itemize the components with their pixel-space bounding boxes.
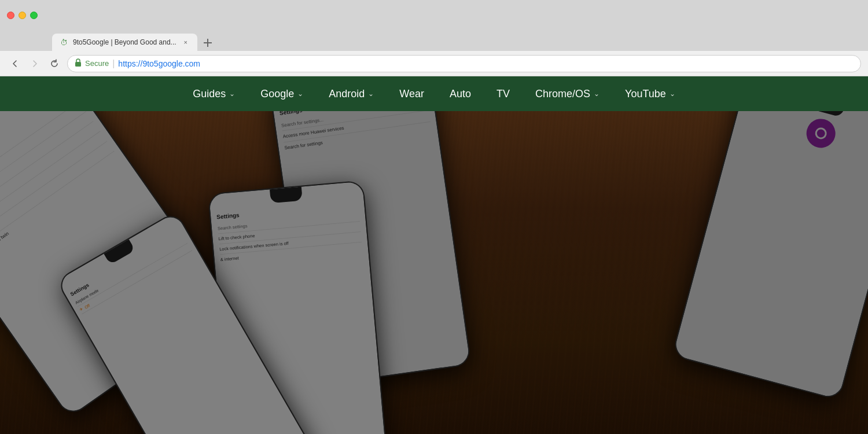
secure-label: Secure xyxy=(85,59,109,68)
chevron-down-icon-chromeos: ⌄ xyxy=(594,90,599,98)
site-nav: Guides ⌄ Google ⌄ Android ⌄ Wear Auto TV… xyxy=(0,76,868,111)
svg-rect-2 xyxy=(75,62,81,67)
lock-icon xyxy=(75,58,82,68)
chevron-down-icon-android: ⌄ xyxy=(368,90,374,98)
nav-item-google[interactable]: Google ⌄ xyxy=(248,76,316,111)
nav-label-wear: Wear xyxy=(399,88,424,100)
nav-item-chromeos[interactable]: Chrome/OS ⌄ xyxy=(523,76,612,111)
nav-item-wear[interactable]: Wear xyxy=(387,76,437,111)
nav-buttons xyxy=(7,56,62,72)
chevron-down-icon-google: ⌄ xyxy=(297,90,303,98)
nav-item-tv[interactable]: TV xyxy=(484,76,523,111)
url-divider: | xyxy=(112,58,115,69)
nav-label-guides: Guides xyxy=(193,88,226,100)
tab-favicon: ⏱ xyxy=(59,38,68,47)
title-bar xyxy=(0,0,868,30)
back-button[interactable] xyxy=(7,56,23,72)
nav-label-tv: TV xyxy=(496,88,510,100)
nav-label-google: Google xyxy=(260,88,294,100)
tab-close-button[interactable]: × xyxy=(181,38,190,47)
svg-rect-1 xyxy=(204,42,212,43)
tab-bar: ⏱ 9to5Google | Beyond Good and... × xyxy=(0,30,868,51)
nav-item-android[interactable]: Android ⌄ xyxy=(316,76,387,111)
url-bar[interactable]: Secure | https://9to5google.com xyxy=(67,55,861,72)
nav-item-auto[interactable]: Auto xyxy=(437,76,484,111)
nav-item-guides[interactable]: Guides ⌄ xyxy=(180,76,248,111)
new-tab-button[interactable] xyxy=(200,35,216,51)
nav-label-auto: Auto xyxy=(450,88,471,100)
chevron-down-icon-youtube: ⌄ xyxy=(670,90,675,98)
nav-label-chromeos: Chrome/OS xyxy=(535,88,590,100)
close-window-button[interactable] xyxy=(7,12,14,19)
hero-image: Settings Wireless & networks Wi-Fi Dual … xyxy=(0,111,868,434)
forward-button[interactable] xyxy=(27,56,43,72)
minimize-window-button[interactable] xyxy=(19,12,26,19)
traffic-lights xyxy=(7,12,38,19)
chevron-down-icon-guides: ⌄ xyxy=(229,90,235,98)
nav-label-youtube: YouTube xyxy=(625,88,666,100)
url-text: https://9to5google.com xyxy=(118,59,200,68)
nav-item-youtube[interactable]: YouTube ⌄ xyxy=(612,76,688,111)
active-tab[interactable]: ⏱ 9to5Google | Beyond Good and... × xyxy=(52,34,197,51)
nav-label-android: Android xyxy=(329,88,365,100)
maximize-window-button[interactable] xyxy=(30,12,38,19)
refresh-button[interactable] xyxy=(46,56,62,72)
tab-title: 9to5Google | Beyond Good and... xyxy=(73,38,176,46)
address-bar: Secure | https://9to5google.com xyxy=(0,51,868,76)
